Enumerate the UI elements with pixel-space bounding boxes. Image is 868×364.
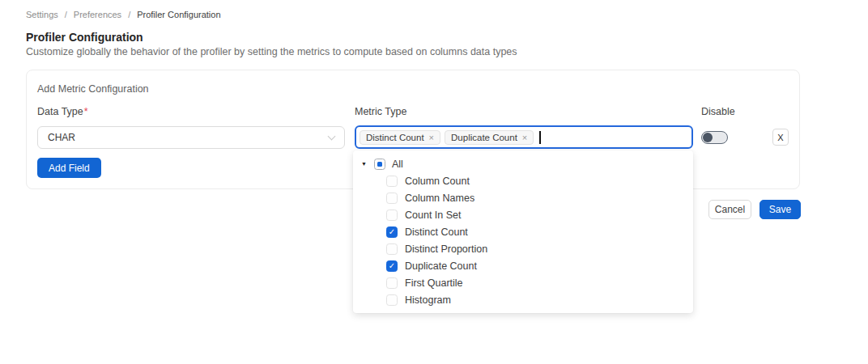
dropdown-item[interactable]: Distinct Proportion: [353, 240, 693, 257]
metric-tag: Distinct Count ×: [360, 130, 440, 145]
dropdown-item-label: Distinct Proportion: [405, 243, 487, 255]
required-asterisk: *: [84, 106, 88, 117]
dropdown-item[interactable]: Count In Set: [353, 206, 693, 223]
page-subtitle: Customize globally the behavior of the p…: [26, 46, 517, 57]
chevron-down-icon: [328, 132, 336, 140]
dropdown-item[interactable]: Distinct Count: [353, 223, 693, 240]
dropdown-item-label: Duplicate Count: [405, 260, 477, 272]
breadcrumb: Settings / Preferences / Profiler Config…: [26, 10, 221, 19]
checkbox[interactable]: [386, 294, 398, 306]
breadcrumb-separator: /: [128, 10, 130, 19]
page-title: Profiler Configuration: [26, 31, 143, 44]
dropdown-item[interactable]: Column Count: [353, 172, 693, 189]
dropdown-item[interactable]: First Quartile: [353, 274, 693, 291]
remove-field-button[interactable]: X: [772, 129, 789, 146]
add-field-button[interactable]: Add Field: [37, 158, 101, 178]
checkbox[interactable]: [386, 243, 398, 255]
metric-tag-label: Distinct Count: [366, 133, 424, 142]
metric-type-dropdown: ▼ All Column Count Column Names Count In…: [353, 150, 693, 313]
metric-tag: Duplicate Count ×: [445, 130, 534, 145]
breadcrumb-preferences[interactable]: Preferences: [74, 10, 121, 19]
disable-label: Disable: [701, 106, 735, 117]
dropdown-item[interactable]: Duplicate Count: [353, 257, 693, 274]
metric-tag-label: Duplicate Count: [451, 133, 517, 142]
disable-toggle[interactable]: [701, 131, 728, 144]
data-type-select[interactable]: CHAR: [37, 126, 345, 149]
save-button[interactable]: Save: [760, 200, 801, 219]
checkbox[interactable]: [386, 210, 398, 221]
breadcrumb-settings[interactable]: Settings: [26, 10, 58, 19]
dropdown-item-label: Column Count: [405, 176, 470, 187]
tag-remove-icon[interactable]: ×: [522, 133, 527, 142]
checkbox[interactable]: [374, 159, 385, 170]
dropdown-item-label: Count In Set: [405, 210, 462, 221]
metric-type-multiselect[interactable]: Distinct Count × Duplicate Count ×: [355, 125, 693, 149]
toggle-knob: [703, 133, 713, 142]
metric-type-label: Metric Type: [355, 106, 406, 117]
dropdown-item-label: Column Names: [405, 193, 474, 204]
checkbox[interactable]: [386, 176, 398, 187]
panel-title: Add Metric Configuration: [37, 83, 149, 95]
breadcrumb-separator: /: [65, 10, 67, 19]
tag-remove-icon[interactable]: ×: [429, 133, 434, 142]
dropdown-item-label: First Quartile: [405, 277, 463, 289]
caret-down-icon[interactable]: ▼: [361, 161, 368, 167]
dropdown-item-label: Distinct Count: [405, 226, 468, 238]
checkbox[interactable]: [386, 193, 398, 204]
text-cursor: [539, 131, 541, 144]
data-type-label: Data Type*: [37, 106, 88, 117]
dropdown-item[interactable]: Histogram: [353, 291, 693, 308]
breadcrumb-profiler-configuration: Profiler Configuration: [137, 10, 220, 19]
dropdown-item-all[interactable]: ▼ All: [353, 155, 693, 172]
checkbox[interactable]: [386, 226, 398, 238]
checkbox[interactable]: [386, 260, 398, 272]
dropdown-item-label: All: [392, 159, 403, 170]
checkbox[interactable]: [386, 277, 398, 289]
data-type-value: CHAR: [48, 132, 329, 143]
dropdown-item-label: Histogram: [405, 294, 451, 306]
cancel-button[interactable]: Cancel: [708, 200, 751, 219]
dropdown-item[interactable]: Column Names: [353, 189, 693, 206]
